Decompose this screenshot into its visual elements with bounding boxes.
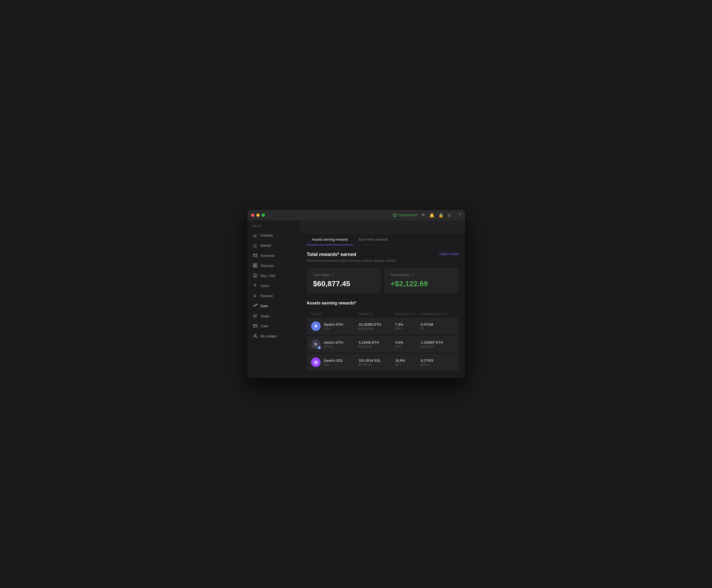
maximize-button[interactable] [262, 214, 265, 217]
minimize-button[interactable] [257, 214, 260, 217]
rate-primary: 7.4% [395, 322, 418, 327]
gear-icon[interactable]: ⚙ [447, 213, 451, 218]
asset-name: Johns's ETH [324, 340, 343, 344]
earned-secondary: $0 [421, 327, 454, 330]
sidebar-item-myledger[interactable]: My Ledger [247, 331, 300, 341]
sidebar-item-portfolio[interactable]: Portfolio [247, 230, 300, 240]
asset-info: S ◆ Johns's ETH STETH [311, 339, 355, 349]
sidebar-item-swap[interactable]: Swap [247, 311, 300, 321]
rewards-earned-col-info-icon[interactable]: i [443, 312, 447, 316]
card-icon [253, 323, 258, 328]
asset-details: Sarah's ETH ETH [324, 322, 343, 330]
rate-primary: 16.9% [395, 358, 418, 362]
staked-primary: 101.6534 SOL [359, 358, 392, 362]
card-label: Card [261, 324, 268, 328]
title-bar-right: ✓ Synchronized 👁 🔔 🔒 ⚙ ? [393, 213, 461, 218]
top-bar [301, 220, 465, 234]
earned-primary: 8.27453 [421, 358, 454, 362]
bell-icon[interactable]: 🔔 [429, 213, 435, 218]
buysell-label: Buy / Sell [261, 274, 275, 278]
eye-icon[interactable]: 👁 [421, 213, 426, 217]
table-header: Account Staked i Rewards % i Rewards ear… [307, 310, 459, 318]
col-staked: Staked i [359, 312, 392, 316]
asset-staked: 101.6534 SOL $3,049.61 [359, 358, 392, 366]
total-rewards-card: Total rewards i +$2,122.69 [384, 268, 459, 293]
asset-staked: 5.23456 ETH $7,328.39 [359, 340, 392, 348]
asset-ticker: STETH [324, 345, 343, 348]
svg-text:$: $ [254, 274, 256, 277]
asset-earned: 1.234567 ETH $1,728.40 [421, 340, 454, 348]
lock-icon[interactable]: 🔒 [438, 213, 444, 218]
asset-rate: 4.6% APR [395, 340, 418, 348]
main-layout: MENU Portfolio Market [247, 220, 465, 378]
menu-label: MENU [247, 225, 300, 230]
col-rewards-earned: Rewards earned i [421, 312, 454, 316]
sidebar: MENU Portfolio Market [247, 220, 301, 378]
receive-icon [253, 293, 258, 298]
staked-col-info-icon[interactable]: i [369, 312, 372, 316]
rate-type: APY [395, 363, 418, 366]
earned-primary: 1.234567 ETH [421, 340, 454, 344]
staked-primary: 33.26355 ETH [359, 322, 392, 327]
total-rewards-value: +$2,122.69 [391, 279, 452, 288]
asset-details: Sarah's SOL SOL [324, 358, 343, 366]
rewards-title: Total rewards* earned [307, 252, 397, 257]
rate-type: APR [395, 345, 418, 348]
rewards-subtitle: Total rewards earned to date including r… [307, 259, 397, 262]
tab-earn-more[interactable]: Earn more rewards [353, 234, 393, 245]
svg-rect-2 [253, 254, 257, 257]
staked-secondary: $46,568.96 [359, 327, 392, 330]
asset-rate: 16.9% APY [395, 358, 418, 366]
asset-info: Sarah's ETH ETH [311, 321, 355, 331]
tab-assets-earning[interactable]: Assets earning rewards [307, 234, 353, 245]
sidebar-item-buysell[interactable]: $ Buy / Sell [247, 271, 300, 280]
asset-earned: 8.27453 $248.2... [421, 358, 454, 366]
table-row[interactable]: S ◆ Johns's ETH STETH 5.23456 ETH $7,328… [307, 336, 459, 353]
svg-rect-7 [256, 266, 257, 267]
col-rewards-pct: Rewards % i [395, 312, 418, 316]
rewards-pct-col-info-icon[interactable]: i [411, 312, 415, 316]
asset-info: ◎ Sarah's SOL SOL [311, 357, 355, 367]
sidebar-item-send[interactable]: Send [247, 280, 300, 291]
swap-label: Swap [261, 314, 269, 318]
sidebar-item-card[interactable]: Card [247, 321, 300, 331]
svg-rect-12 [253, 324, 257, 327]
receive-label: Receive [261, 294, 273, 298]
portfolio-label: Portfolio [261, 233, 273, 237]
rate-type: APR [395, 327, 418, 330]
col-account: Account [311, 312, 355, 316]
assets-section-title: Assets earning rewards* [307, 301, 459, 306]
rewards-info-icon[interactable]: i [411, 273, 414, 277]
sidebar-item-earn[interactable]: Earn [247, 301, 300, 311]
asset-earned: 0 ATOM $0 [421, 322, 454, 330]
tabs-container: Assets earning rewards Earn more rewards [301, 234, 465, 245]
sync-icon: ✓ [393, 213, 397, 217]
earn-label: Earn [261, 304, 268, 308]
steth-avatar: S ◆ [311, 339, 321, 349]
table-row[interactable]: ◎ Sarah's SOL SOL 101.6534 SOL $3,049.61… [307, 354, 459, 371]
discover-icon [253, 263, 258, 268]
learn-more-link[interactable]: Learn more [440, 252, 459, 256]
divider [455, 213, 455, 217]
send-label: Send [261, 284, 269, 288]
asset-staked: 33.26355 ETH $46,568.96 [359, 322, 392, 330]
sync-status: ✓ Synchronized [393, 213, 418, 217]
earned-secondary: $1,728.40 [421, 345, 454, 348]
sidebar-item-accounts[interactable]: Accounts [247, 250, 300, 260]
portfolio-icon [253, 233, 258, 238]
myledger-label: My Ledger [261, 334, 277, 338]
sidebar-item-discover[interactable]: Discover [247, 260, 300, 271]
buysell-icon: $ [253, 273, 258, 278]
close-button[interactable] [251, 214, 254, 217]
staked-info-icon[interactable]: i [331, 273, 335, 277]
sidebar-item-receive[interactable]: Receive [247, 291, 300, 301]
rewards-header: Total rewards* earned Total rewards earn… [307, 252, 459, 262]
content-area: Assets earning rewards Earn more rewards… [301, 220, 465, 378]
accounts-label: Accounts [261, 254, 275, 257]
asset-rate: 7.4% APR [395, 322, 418, 330]
send-icon [253, 283, 258, 288]
help-icon[interactable]: ? [459, 213, 461, 217]
table-row[interactable]: Sarah's ETH ETH 33.26355 ETH $46,568.96 … [307, 318, 459, 335]
sidebar-item-market[interactable]: Market [247, 240, 300, 250]
inner-content: Total rewards* earned Total rewards earn… [301, 245, 465, 378]
